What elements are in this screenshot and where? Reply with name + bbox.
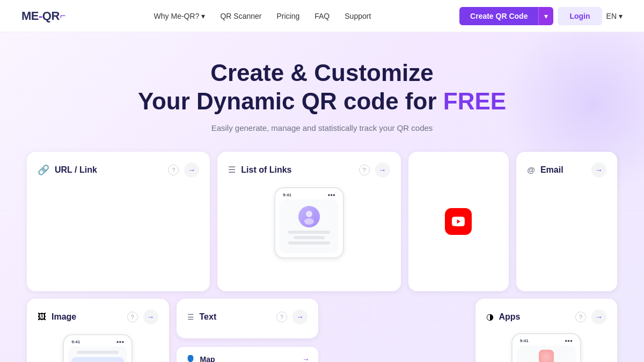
map-icon: 👤 — [185, 354, 196, 362]
create-qr-button-group: Create QR Code ▾ — [459, 7, 553, 25]
apps-phone-mockup: 9:41 ●●● 🍎 App Store — [511, 333, 581, 362]
email-card-title: Email — [540, 165, 564, 175]
text-icon: ☰ — [187, 313, 194, 321]
email-card[interactable]: @ Email → — [516, 152, 617, 291]
col-wifi: 📶 Wi-Fi → — [326, 299, 468, 362]
map-card[interactable]: 👤 Map → — [177, 347, 319, 362]
nav-right: Create QR Code ▾ Login EN ▾ — [459, 7, 623, 25]
text-card-title: Text — [200, 312, 217, 322]
logo[interactable]: ME-QR⌐ — [21, 9, 65, 23]
youtube-icon — [445, 208, 472, 235]
language-selector[interactable]: EN ▾ — [606, 12, 623, 20]
text-help-icon[interactable]: ? — [276, 312, 287, 322]
list-help-icon[interactable]: ? — [359, 165, 370, 175]
create-qr-dropdown-button[interactable]: ▾ — [538, 7, 553, 25]
col-text-map-audio: ☰ Text ? → 👤 Map — [177, 299, 319, 362]
apps-icon: ◑ — [486, 312, 494, 322]
apps-icon-illustration — [539, 350, 554, 362]
nav-faq[interactable]: FAQ — [314, 12, 330, 20]
hero-title: Create & Customize Your Dynamic QR code … — [21, 59, 623, 116]
navbar: ME-QR⌐ Why Me-QR? ▾ QR Scanner Pricing F… — [0, 0, 644, 32]
create-qr-button[interactable]: Create QR Code — [459, 7, 538, 25]
image-card-title: Image — [52, 312, 76, 322]
list-phone-mockup: 9:41 ●●● — [274, 187, 344, 258]
url-link-card[interactable]: 🔗 URL / Link ? → — [27, 152, 210, 291]
nav-pricing[interactable]: Pricing — [276, 12, 299, 20]
nav-why-meqr[interactable]: Why Me-QR? ▾ — [154, 12, 206, 20]
svg-point-0 — [306, 211, 312, 217]
login-button[interactable]: Login — [558, 7, 602, 25]
map-label: Map — [200, 355, 215, 362]
hero-subtitle: Easily generate, manage and statisticall… — [21, 123, 623, 132]
link-icon: 🔗 — [38, 164, 49, 176]
email-arrow-icon[interactable]: → — [591, 162, 606, 178]
apps-card-title: Apps — [499, 312, 521, 322]
nav-qr-scanner[interactable]: QR Scanner — [220, 12, 261, 20]
nav-links: Why Me-QR? ▾ QR Scanner Pricing FAQ Supp… — [154, 12, 371, 20]
apps-arrow-icon[interactable]: → — [591, 309, 606, 324]
image-icon: 🖼 — [38, 312, 46, 322]
chevron-down-icon: ▾ — [201, 12, 205, 20]
chevron-down-icon: ▾ — [619, 12, 623, 20]
apps-help-icon[interactable]: ? — [575, 312, 586, 322]
svg-point-1 — [304, 218, 314, 225]
url-card-title: URL / Link — [55, 165, 97, 175]
youtube-card[interactable] — [408, 152, 509, 291]
text-card[interactable]: ☰ Text ? → — [177, 299, 319, 338]
nav-support[interactable]: Support — [345, 12, 371, 20]
url-help-icon[interactable]: ? — [168, 165, 179, 175]
list-card-title: List of Links — [241, 165, 291, 175]
hero-section: Create & Customize Your Dynamic QR code … — [0, 32, 644, 362]
list-arrow-icon[interactable]: → — [375, 162, 390, 178]
image-arrow-icon[interactable]: → — [143, 309, 158, 324]
map-arrow-icon[interactable]: → — [302, 355, 310, 362]
image-card[interactable]: 🖼 Image ? → 9:41 ●●● — [27, 299, 169, 362]
list-of-links-card[interactable]: ☰ List of Links ? → 9:41 ●●● — [217, 152, 400, 291]
url-arrow-icon[interactable]: → — [184, 162, 199, 178]
image-phone-mockup: 9:41 ●●● The Psychology of Money — [63, 334, 133, 362]
image-help-icon[interactable]: ? — [127, 312, 138, 322]
email-icon: @ — [527, 165, 535, 174]
apps-card[interactable]: ◑ Apps ? → 9:41 ●●● — [475, 299, 618, 362]
text-arrow-icon[interactable]: → — [292, 309, 308, 324]
list-icon: ☰ — [228, 165, 236, 175]
